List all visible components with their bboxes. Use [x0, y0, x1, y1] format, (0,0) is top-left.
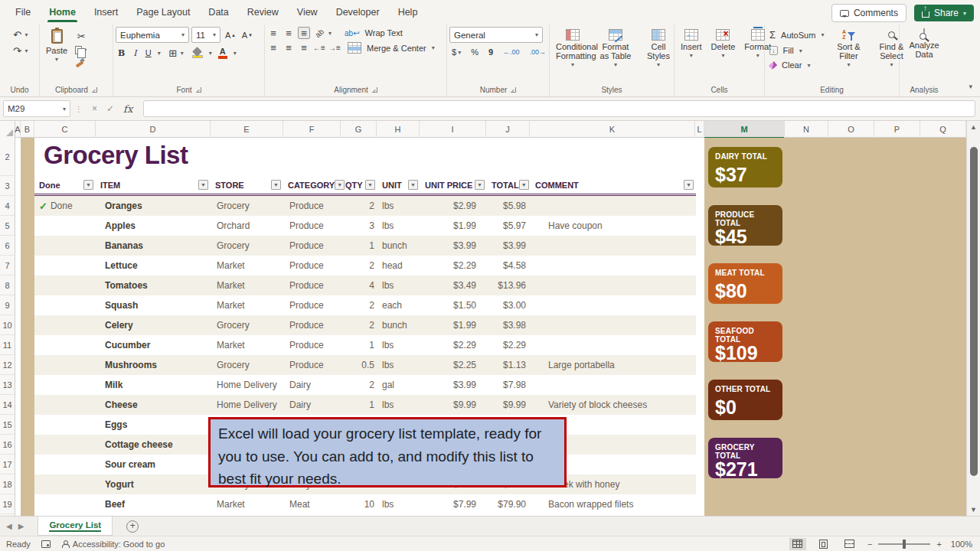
row-header[interactable]: 11	[0, 335, 15, 355]
ribbon-tab[interactable]: Insert	[85, 2, 127, 22]
new-sheet-button[interactable]: +	[126, 520, 139, 533]
column-header[interactable]: H	[377, 121, 420, 138]
scroll-up-arrow[interactable]: ▲	[970, 121, 977, 133]
store-cell[interactable]: Market	[211, 260, 283, 271]
column-header[interactable]: N	[785, 121, 828, 138]
total-cell[interactable]: $2.29	[487, 340, 531, 350]
category-cell[interactable]: Produce	[283, 300, 341, 311]
name-box[interactable]: M29▾	[3, 100, 70, 117]
align-left-button[interactable]: ≡	[267, 42, 279, 54]
bottom-align-button[interactable]: ≡	[298, 27, 310, 39]
unit-cell[interactable]: bunch	[377, 320, 420, 331]
item-cell[interactable]: Mushrooms	[96, 360, 211, 370]
number-format-select[interactable]: General▾	[449, 27, 543, 43]
qty-cell[interactable]: 2	[341, 300, 377, 311]
redo-button[interactable]: ↷▾	[8, 43, 30, 58]
qty-cell[interactable]: 4	[341, 280, 377, 291]
done-cell[interactable]: ✓	[34, 240, 96, 252]
page-layout-view-button[interactable]	[815, 538, 832, 550]
percent-button[interactable]: %	[469, 46, 481, 58]
row-header[interactable]: 15	[0, 415, 15, 435]
row-header[interactable]: 19	[0, 494, 15, 514]
column-header[interactable]: K	[530, 121, 695, 138]
formula-input[interactable]	[143, 100, 975, 117]
column-header[interactable]: E	[211, 121, 283, 138]
done-cell[interactable]: ✓	[34, 459, 96, 471]
column-header[interactable]: L	[695, 121, 704, 138]
row-header[interactable]: 4	[0, 196, 15, 216]
item-cell[interactable]: Lettuce	[96, 260, 211, 271]
category-cell[interactable]: Produce	[283, 280, 341, 291]
ribbon-tab[interactable]: Developer	[327, 2, 389, 22]
ribbon-tab[interactable]: File	[6, 2, 40, 22]
table-row[interactable]: ✓ Tomatoes Market Produce 4 lbs $3.49 $1…	[34, 276, 696, 295]
unit-price-cell[interactable]: $1.50	[420, 300, 487, 311]
unit-price-cell[interactable]: $9.99	[420, 399, 487, 410]
accessibility-status[interactable]: Accessibility: Good to go	[61, 540, 165, 549]
cell-styles-button[interactable]: Cell Styles▾	[638, 27, 679, 72]
clear-button[interactable]: Clear ▾	[767, 59, 826, 71]
underline-button[interactable]: U	[143, 47, 154, 59]
fill-button[interactable]: ↓ Fill ▾	[767, 44, 826, 57]
zoom-out-button[interactable]: −	[867, 540, 872, 549]
unit-price-cell[interactable]: $2.25	[420, 360, 487, 370]
sort-filter-button[interactable]: AZ Sort & Filter▾	[828, 27, 869, 72]
item-cell[interactable]: Cottage cheese	[96, 439, 211, 450]
comment-cell[interactable]: Variety of block cheeses	[531, 399, 696, 410]
filter-dropdown-button[interactable]: ▼	[408, 180, 418, 190]
store-cell[interactable]: Market	[211, 499, 283, 510]
prev-sheet-arrow[interactable]: ◀	[0, 522, 18, 530]
format-painter-button[interactable]	[73, 57, 90, 69]
comment-cell[interactable]: Have coupon	[531, 220, 696, 231]
font-dialog-launcher[interactable]	[196, 87, 201, 93]
insert-function-button[interactable]: fx	[119, 103, 137, 115]
done-cell[interactable]: ✓	[34, 360, 96, 371]
autosum-button[interactable]: Σ AutoSum ▾	[767, 28, 826, 42]
unit-price-cell[interactable]: $1.99	[420, 320, 487, 331]
top-align-button[interactable]: ≡	[267, 27, 279, 39]
total-cell[interactable]: $5.98	[487, 201, 531, 211]
unit-price-cell[interactable]: $2.99	[420, 201, 487, 211]
table-row[interactable]: ✓ Apples Orchard Produce 3 lbs $1.99 $5.…	[34, 216, 696, 236]
store-cell[interactable]: Market	[211, 300, 283, 311]
item-cell[interactable]: Yogurt	[96, 479, 211, 490]
qty-cell[interactable]: 10	[341, 499, 377, 510]
unit-price-cell[interactable]: $3.99	[420, 240, 487, 251]
column-header[interactable]: G	[341, 121, 377, 138]
unit-cell[interactable]: lbs	[377, 340, 420, 350]
column-header[interactable]: D	[96, 121, 211, 138]
item-cell[interactable]: Oranges	[96, 201, 211, 211]
qty-cell[interactable]: 1	[341, 340, 377, 350]
column-header[interactable]: A	[15, 121, 21, 138]
table-row[interactable]: ✓Done Oranges Grocery Produce 2 lbs $2.9…	[34, 196, 696, 216]
row-header[interactable]: 13	[0, 375, 15, 395]
ribbon-tab[interactable]: Review	[238, 2, 288, 22]
table-row[interactable]: ✓ Squash Market Produce 2 each $1.50 $3.…	[34, 295, 696, 315]
store-cell[interactable]: Grocery	[211, 201, 283, 211]
qty-cell[interactable]: 2	[341, 320, 377, 331]
total-cell[interactable]: $79.90	[487, 499, 531, 510]
sheet-tab-grocery-list[interactable]: Grocery List	[38, 517, 113, 536]
row-header[interactable]: 14	[0, 395, 15, 415]
item-cell[interactable]: Cucumber	[96, 340, 211, 350]
align-center-button[interactable]: ≡	[283, 42, 295, 54]
table-row[interactable]: ✓ Cheese Home Delivery Dairy 1 lbs $9.99…	[34, 395, 696, 415]
done-cell[interactable]: ✓	[34, 419, 96, 431]
item-cell[interactable]: Beef	[96, 499, 211, 510]
comment-cell[interactable]: Bacon wrapped filets	[531, 499, 696, 510]
qty-cell[interactable]: 2	[341, 380, 377, 390]
number-dialog-launcher[interactable]	[511, 87, 516, 93]
unit-price-cell[interactable]: $1.99	[420, 220, 487, 231]
total-cell[interactable]: $13.96	[487, 280, 531, 291]
ribbon-tab[interactable]: Home	[40, 2, 85, 22]
column-header[interactable]: Q	[920, 121, 966, 138]
vertical-scroll-thumb[interactable]	[970, 147, 978, 476]
zoom-slider[interactable]: − +	[867, 540, 942, 549]
ribbon-tab[interactable]: Data	[199, 2, 237, 22]
unit-price-cell[interactable]: $2.29	[420, 260, 487, 271]
increase-indent-button[interactable]: →≡	[328, 42, 341, 54]
category-cell[interactable]: Meat	[283, 499, 341, 510]
unit-price-cell[interactable]: $3.99	[420, 380, 487, 390]
decrease-font-button[interactable]: A▾	[240, 29, 254, 41]
done-cell[interactable]: ✓	[34, 300, 96, 311]
